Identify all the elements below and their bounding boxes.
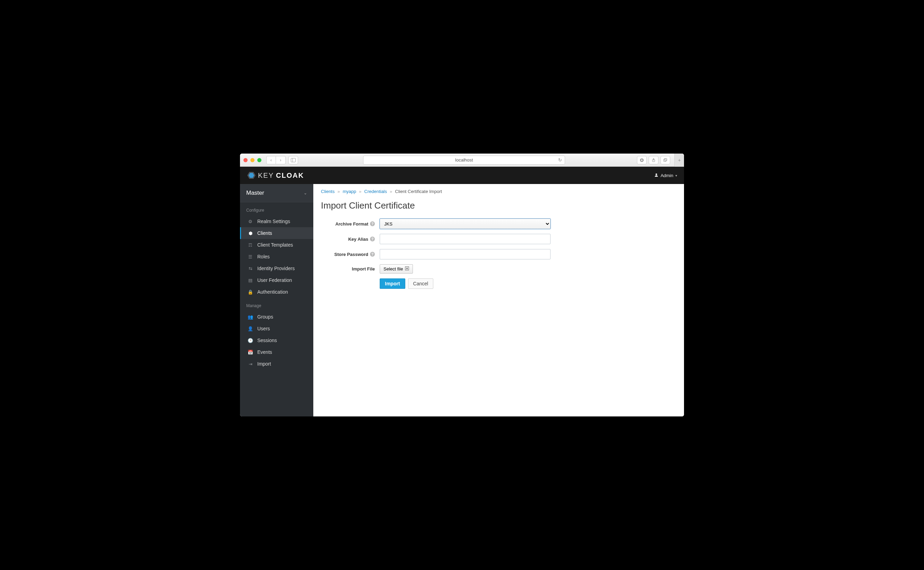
browser-window: ‹ › localhost ↻ +: [240, 153, 684, 417]
share-button[interactable]: [649, 156, 658, 164]
help-icon[interactable]: ?: [370, 252, 375, 257]
realm-name: Master: [246, 190, 264, 196]
nav-history: ‹ ›: [266, 156, 286, 164]
close-window-button[interactable]: [243, 158, 248, 162]
sidebar-item-label: Events: [257, 349, 272, 355]
cube-icon: ⬢: [248, 231, 253, 236]
help-icon[interactable]: ?: [370, 221, 375, 226]
breadcrumb-separator: »: [338, 189, 340, 194]
sidebar-item-import[interactable]: ⇥ Import: [240, 358, 313, 370]
tabs-button[interactable]: [661, 156, 670, 164]
breadcrumb-link-credentials[interactable]: Credentials: [364, 189, 387, 194]
address-bar[interactable]: localhost ↻: [363, 156, 565, 165]
sidebar: Master ⌄ Configure ⚙ Realm Settings ⬢ Cl…: [240, 184, 313, 417]
sidebar-item-label: Authentication: [257, 289, 288, 295]
sidebar-item-events[interactable]: 📅 Events: [240, 346, 313, 358]
clock-icon: 🕑: [248, 338, 253, 343]
user-icon: 👤: [248, 326, 253, 331]
sidebar-item-label: Groups: [257, 314, 273, 320]
key-alias-input[interactable]: [380, 234, 551, 244]
reload-icon[interactable]: ↻: [558, 157, 562, 162]
sidebar-item-label: Identity Providers: [257, 266, 295, 271]
import-icon: ⇥: [248, 362, 253, 367]
brand-text-a: KEY: [258, 172, 274, 179]
sliders-icon: ⚙: [248, 219, 253, 224]
sidebar-item-users[interactable]: 👤 Users: [240, 323, 313, 334]
page-title: Import Client Certificate: [321, 200, 676, 211]
cancel-button[interactable]: Cancel: [408, 279, 434, 289]
import-button[interactable]: Import: [380, 279, 405, 289]
sidebar-section-configure: Configure: [240, 202, 313, 216]
sidebar-item-label: Client Templates: [257, 242, 293, 248]
download-icon: [405, 266, 409, 271]
breadcrumb: Clients » myapp » Credentials » Client C…: [321, 189, 676, 194]
downloads-button[interactable]: [637, 156, 647, 164]
label-import-file: Import File: [352, 266, 375, 271]
sidebar-item-label: Sessions: [257, 337, 277, 343]
app: KEYCLOAK Admin ▾ Master ⌄ Configure ⚙: [240, 167, 684, 417]
select-file-label: Select file: [384, 266, 403, 271]
realm-selector[interactable]: Master ⌄: [240, 184, 313, 202]
sidebar-item-realm-settings[interactable]: ⚙ Realm Settings: [240, 216, 313, 227]
label-key-alias: Key Alias: [348, 237, 368, 242]
chevron-down-icon: ▾: [675, 174, 677, 178]
group-icon: 👥: [248, 314, 253, 320]
database-icon: ▤: [248, 278, 253, 283]
keycloak-logo-icon: [247, 171, 256, 180]
form-actions: Import Cancel: [380, 279, 676, 289]
label-store-password: Store Password: [334, 252, 368, 257]
sidebar-item-client-templates[interactable]: ☶ Client Templates: [240, 239, 313, 251]
row-import-file: Import File Select file: [321, 264, 676, 274]
minimize-window-button[interactable]: [250, 158, 254, 162]
sidebar-item-user-federation[interactable]: ▤ User Federation: [240, 274, 313, 286]
sidebar-toggle-button[interactable]: [288, 156, 298, 164]
browser-chrome: ‹ › localhost ↻ +: [240, 153, 684, 167]
brand[interactable]: KEYCLOAK: [247, 171, 304, 180]
forward-button[interactable]: ›: [276, 156, 286, 164]
back-button[interactable]: ‹: [266, 156, 276, 164]
sidebar-item-label: User Federation: [257, 277, 292, 283]
store-password-input[interactable]: [380, 249, 551, 259]
svg-rect-4: [664, 159, 666, 161]
sidebar-item-identity-providers[interactable]: ⇆ Identity Providers: [240, 262, 313, 274]
help-icon[interactable]: ?: [370, 237, 375, 241]
zoom-window-button[interactable]: [257, 158, 262, 162]
sidebar-item-label: Clients: [257, 230, 272, 236]
archive-format-select[interactable]: JKS: [380, 219, 551, 229]
sidebar-item-groups[interactable]: 👥 Groups: [240, 311, 313, 323]
list-icon: ☰: [248, 254, 253, 259]
chevron-down-icon: ⌄: [304, 191, 307, 195]
breadcrumb-separator: »: [359, 189, 361, 194]
app-body: Master ⌄ Configure ⚙ Realm Settings ⬢ Cl…: [240, 184, 684, 417]
sidebar-item-clients[interactable]: ⬢ Clients: [240, 227, 313, 239]
sidebar-item-roles[interactable]: ☰ Roles: [240, 251, 313, 262]
sidebar-item-label: Realm Settings: [257, 219, 290, 224]
breadcrumb-link-clients[interactable]: Clients: [321, 189, 335, 194]
sidebar-item-label: Users: [257, 326, 270, 331]
user-icon: [654, 173, 658, 178]
row-archive-format: Archive Format ? JKS: [321, 219, 676, 229]
select-file-button[interactable]: Select file: [380, 264, 413, 274]
calendar-icon: 📅: [248, 350, 253, 355]
address-text: localhost: [455, 157, 473, 162]
sidebar-item-label: Roles: [257, 254, 270, 259]
app-header: KEYCLOAK Admin ▾: [240, 167, 684, 184]
new-tab-button[interactable]: +: [674, 153, 684, 167]
breadcrumb-link-myapp[interactable]: myapp: [343, 189, 356, 194]
lock-icon: 🔒: [248, 290, 253, 295]
chrome-right: [637, 156, 670, 164]
brand-text-b: CLOAK: [276, 172, 304, 179]
svg-rect-0: [291, 158, 296, 162]
sidebar-item-authentication[interactable]: 🔒 Authentication: [240, 286, 313, 298]
svg-rect-5: [665, 158, 667, 161]
main-content: Clients » myapp » Credentials » Client C…: [313, 184, 684, 417]
breadcrumb-separator: »: [390, 189, 392, 194]
templates-icon: ☶: [248, 242, 253, 248]
sidebar-item-sessions[interactable]: 🕑 Sessions: [240, 334, 313, 346]
sidebar-section-manage: Manage: [240, 298, 313, 311]
exchange-icon: ⇆: [248, 266, 253, 271]
user-menu[interactable]: Admin ▾: [654, 173, 677, 178]
row-key-alias: Key Alias ?: [321, 234, 676, 244]
svg-point-8: [656, 173, 657, 175]
user-name: Admin: [661, 173, 673, 178]
